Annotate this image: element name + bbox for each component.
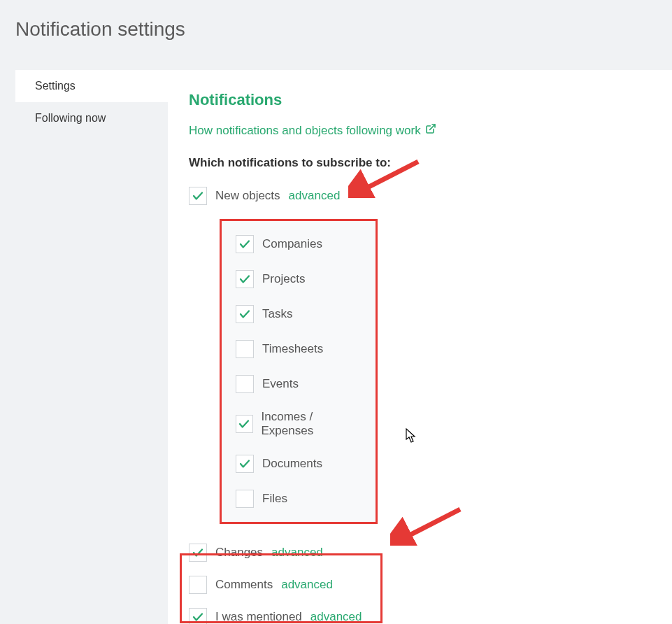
checkbox-documents[interactable]: [236, 455, 254, 473]
svg-line-0: [429, 125, 434, 129]
sub-option-row: Companies: [236, 235, 362, 253]
checkbox-projects[interactable]: [236, 270, 254, 288]
option-label: New objects: [215, 189, 280, 203]
sub-option-row: Documents: [236, 455, 362, 473]
sub-option-row: Projects: [236, 270, 362, 288]
checkbox-new-objects[interactable]: [189, 187, 207, 205]
notifications-heading: Notifications: [189, 91, 652, 109]
sidebar-item-label: Following now: [35, 112, 106, 124]
sub-option-row: Timesheets: [236, 340, 362, 358]
sub-option-row: Incomes / Expenses: [236, 410, 362, 438]
advanced-link-changes[interactable]: advanced: [271, 546, 323, 560]
checkbox-changes[interactable]: [189, 544, 207, 562]
checkbox-tasks[interactable]: [236, 305, 254, 323]
option-label: I was mentioned: [215, 610, 302, 624]
sub-option-label: Documents: [262, 457, 322, 471]
sub-option-label: Events: [262, 377, 299, 391]
option-row-comments: Comments advanced: [189, 576, 652, 594]
help-link-label: How notifications and objects following …: [189, 124, 421, 138]
checkbox-companies[interactable]: [236, 235, 254, 253]
option-label: Comments: [215, 578, 273, 592]
checkbox-mentioned[interactable]: [189, 608, 207, 624]
new-objects-sub-panel: Companies Projects Tasks Timesheets Even…: [220, 219, 378, 524]
help-link[interactable]: How notifications and objects following …: [189, 123, 436, 138]
page-title: Notification settings: [0, 0, 672, 41]
advanced-link-comments[interactable]: advanced: [281, 578, 333, 592]
subscribe-heading: Which notifications to subscribe to:: [189, 156, 652, 170]
option-row-new-objects: New objects advanced: [189, 187, 652, 205]
sub-option-label: Tasks: [262, 307, 292, 321]
checkbox-events[interactable]: [236, 375, 254, 393]
sub-option-label: Projects: [262, 272, 305, 286]
checkbox-comments[interactable]: [189, 576, 207, 594]
sidebar-item-label: Settings: [35, 80, 76, 92]
sub-option-label: Incomes / Expenses: [262, 410, 362, 438]
sub-option-label: Files: [262, 492, 287, 506]
sidebar-item-settings[interactable]: Settings: [15, 70, 168, 102]
external-link-icon: [425, 123, 436, 138]
sub-option-row: Files: [236, 490, 362, 508]
checkbox-files[interactable]: [236, 490, 254, 508]
sub-option-row: Events: [236, 375, 362, 393]
sub-option-row: Tasks: [236, 305, 362, 323]
option-label: Changes: [215, 546, 263, 560]
checkbox-incomes-expenses[interactable]: [236, 415, 253, 433]
option-row-mentioned: I was mentioned advanced: [189, 608, 652, 624]
sub-option-label: Companies: [262, 237, 322, 251]
sidebar: Settings Following now: [0, 70, 168, 624]
layout: Settings Following now Notifications How…: [0, 70, 672, 624]
checkbox-timesheets[interactable]: [236, 340, 254, 358]
advanced-link-mentioned[interactable]: advanced: [310, 610, 362, 624]
sub-option-label: Timesheets: [262, 342, 323, 356]
main-panel: Notifications How notifications and obje…: [168, 70, 672, 624]
sidebar-item-following-now[interactable]: Following now: [15, 102, 168, 134]
option-row-changes: Changes advanced: [189, 544, 652, 562]
advanced-link-new-objects[interactable]: advanced: [289, 189, 341, 203]
